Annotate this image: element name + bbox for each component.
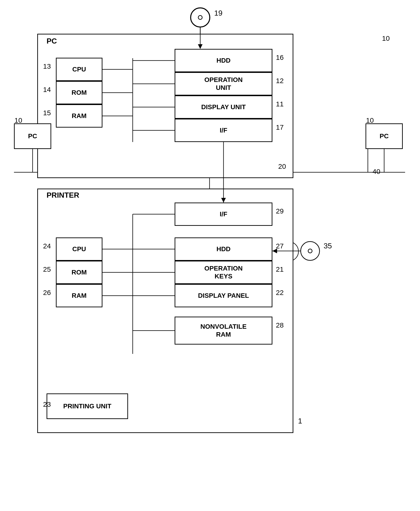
printer-rom-box: ROM xyxy=(56,261,102,284)
pc-hdd-box: HDD xyxy=(175,49,272,72)
printer-operation-keys-number: 21 xyxy=(276,265,284,273)
printer-ram-box: RAM xyxy=(56,284,102,307)
cd-top xyxy=(190,8,210,27)
printer-nonvolatile-ram-box: NONVOLATILE RAM xyxy=(175,317,272,345)
pc-if-box: I/F xyxy=(175,119,272,142)
pc-if-number: 17 xyxy=(276,123,284,131)
diagram-container: PC 10 CPU 13 ROM 14 RAM 15 HDD 16 OPERAT… xyxy=(0,0,420,511)
printer-cpu-box: CPU xyxy=(56,237,102,261)
pc-display-unit-label: DISPLAY UNIT xyxy=(201,103,246,111)
pc-display-unit-box: DISPLAY UNIT xyxy=(175,95,272,119)
printer-hdd-box: HDD xyxy=(175,237,272,261)
printer-main-label: PRINTER xyxy=(46,191,79,200)
pc-operation-unit-label: OPERATION UNIT xyxy=(204,76,243,91)
cd-right-number: 35 xyxy=(324,242,332,250)
printer-display-panel-label: DISPLAY PANEL xyxy=(198,292,249,300)
printer-hdd-label: HDD xyxy=(217,245,231,253)
pc-rom-box: ROM xyxy=(56,81,102,104)
pc-right-number: 10 xyxy=(366,116,374,124)
pc-cpu-label: CPU xyxy=(72,65,86,73)
printer-rom-label: ROM xyxy=(71,268,87,276)
pc-ram-label: RAM xyxy=(72,112,87,120)
printer-if-label: I/F xyxy=(220,210,227,218)
printer-rom-number: 25 xyxy=(43,265,51,273)
pc-rom-number: 14 xyxy=(43,86,51,94)
printer-display-panel-number: 22 xyxy=(276,289,284,297)
pc-main-number: 10 xyxy=(382,34,390,42)
pc-cpu-number: 13 xyxy=(43,62,51,70)
pc-right-box: PC xyxy=(366,123,403,149)
printer-number: 1 xyxy=(298,417,302,425)
pc-if-label: I/F xyxy=(220,126,227,134)
pc-operation-unit-number: 12 xyxy=(276,77,284,85)
printer-nonvolatile-ram-number: 28 xyxy=(276,321,284,329)
printer-display-panel-box: DISPLAY PANEL xyxy=(175,284,272,307)
printer-cpu-number: 24 xyxy=(43,242,51,250)
pc-left-label: PC xyxy=(28,132,37,140)
network-number: 40 xyxy=(373,168,380,175)
printer-ram-number: 26 xyxy=(43,289,51,297)
pc-cpu-box: CPU xyxy=(56,58,102,81)
printer-operation-keys-box: OPERATION KEYS xyxy=(175,261,272,284)
pc-ram-box: RAM xyxy=(56,104,102,128)
printer-if-number: 29 xyxy=(276,207,284,215)
pc-left-number: 10 xyxy=(15,116,22,124)
pc-ram-number: 15 xyxy=(43,109,51,117)
printer-nonvolatile-ram-label: NONVOLATILE RAM xyxy=(201,323,247,338)
printer-if-box: I/F xyxy=(175,203,272,226)
printer-ram-label: RAM xyxy=(72,292,87,300)
printer-printing-unit-number: 23 xyxy=(43,400,51,408)
cd-right xyxy=(300,241,320,261)
network-line-number: 20 xyxy=(278,163,286,170)
pc-main-label: PC xyxy=(46,37,57,45)
cd-top-number: 19 xyxy=(214,9,223,17)
printer-cpu-label: CPU xyxy=(72,245,86,253)
pc-right-label: PC xyxy=(380,132,389,140)
pc-rom-label: ROM xyxy=(71,89,87,97)
printer-printing-unit-label: PRINTING UNIT xyxy=(63,402,112,410)
printer-operation-keys-label: OPERATION KEYS xyxy=(204,264,243,280)
printer-printing-unit-box: PRINTING UNIT xyxy=(46,393,128,419)
pc-left-box: PC xyxy=(14,123,51,149)
printer-hdd-number: 27 xyxy=(276,242,284,250)
pc-hdd-number: 16 xyxy=(276,53,284,61)
pc-hdd-label: HDD xyxy=(217,57,231,65)
pc-display-unit-number: 11 xyxy=(276,100,284,108)
pc-operation-unit-box: OPERATION UNIT xyxy=(175,72,272,95)
